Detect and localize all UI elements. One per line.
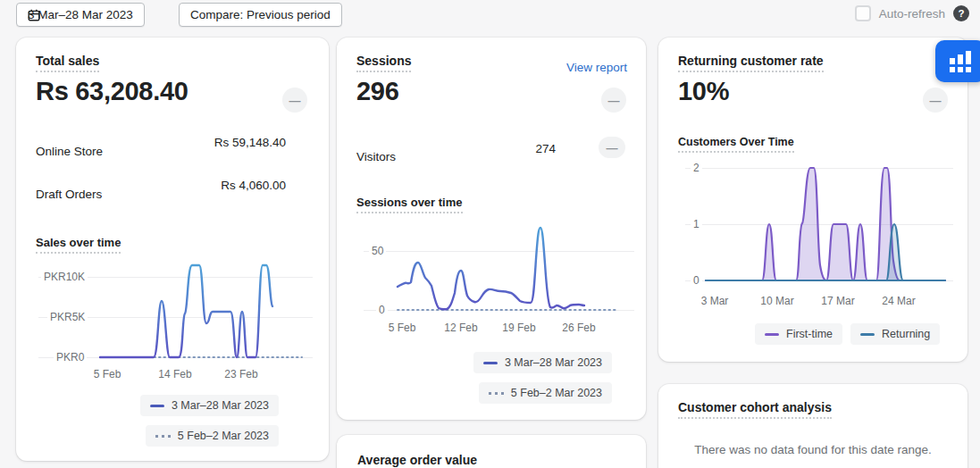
x-axis-label: 23 Feb <box>224 368 257 380</box>
y-axis-label: 0 <box>376 304 388 316</box>
x-axis-label: 10 Mar <box>760 295 793 307</box>
x-axis-label: 26 Feb <box>562 322 595 334</box>
blue-line-swatch-icon <box>860 333 875 336</box>
sessions-title[interactable]: Sessions <box>356 54 411 72</box>
sales-over-time-title[interactable]: Sales over time <box>36 236 121 254</box>
current-period-line <box>398 228 584 309</box>
total-sales-value: Rs 63,208.40 <box>36 77 188 106</box>
compare-button[interactable]: Compare: Previous period <box>179 3 342 27</box>
analytics-widget-button[interactable] <box>935 40 980 82</box>
returning-rate-change-badge: — <box>923 88 948 113</box>
sessions-line-chart <box>390 223 641 318</box>
auto-refresh-control: Auto-refresh ? <box>855 5 969 21</box>
auto-refresh-label: Auto-refresh <box>879 7 945 21</box>
help-icon[interactable]: ? <box>953 5 969 21</box>
x-axis-label: 12 Feb <box>444 322 477 334</box>
visitors-value: 274 <box>535 142 556 155</box>
x-axis-label: 24 Mar <box>882 295 915 307</box>
sales-line-chart <box>79 252 322 368</box>
legend-label: 3 Mar–28 Mar 2023 <box>505 356 602 369</box>
analytics-dashboard: 3 Mar–28 Mar 2023 Compare: Previous peri… <box>0 0 980 468</box>
calendar-icon <box>28 9 40 21</box>
view-report-link[interactable]: View report <box>566 61 627 74</box>
sales-row-label: Online Store <box>36 145 103 158</box>
legend-label: 5 Feb–2 Mar 2023 <box>178 430 269 442</box>
legend-item-current: 3 Mar–28 Mar 2023 <box>140 395 279 416</box>
total-sales-title[interactable]: Total sales <box>36 54 99 72</box>
legend-label: 5 Feb–2 Mar 2023 <box>511 387 602 399</box>
legend-label: First-time <box>786 328 833 340</box>
y-axis-label: 50 <box>369 245 386 257</box>
total-sales-change-badge: — <box>282 88 307 113</box>
bar-chart-icon <box>949 51 972 72</box>
average-order-value-card: Average order value <box>337 435 646 468</box>
sessions-card: Sessions View report 296 — Visitors 274 … <box>337 38 646 420</box>
x-axis-label: 5 Feb <box>94 368 121 380</box>
x-axis-label: 5 Feb <box>389 322 416 334</box>
purple-line-swatch-icon <box>765 333 779 336</box>
x-axis-label: 14 Feb <box>158 368 191 380</box>
date-range-label: 3 Mar–28 Mar 2023 <box>28 8 133 21</box>
returning-rate-title[interactable]: Returning customer rate <box>678 54 824 72</box>
customers-legend: First-time Returning <box>755 323 940 345</box>
customers-over-time-title[interactable]: Customers Over Time <box>678 136 794 153</box>
returning-rate-value: 10% <box>678 77 729 106</box>
current-period-line <box>100 265 272 357</box>
visitors-change-badge: — <box>599 137 625 158</box>
sessions-over-time-title[interactable]: Sessions over time <box>356 196 463 213</box>
sales-row-value: Rs 59,148.40 <box>214 136 286 149</box>
solid-line-swatch-icon <box>483 362 498 364</box>
visitors-label: Visitors <box>356 150 396 163</box>
date-range-button[interactable]: 3 Mar–28 Mar 2023 <box>16 3 145 27</box>
sessions-value: 296 <box>356 77 399 106</box>
legend-item-returning: Returning <box>850 323 940 345</box>
sales-row-value: Rs 4,060.00 <box>221 179 286 192</box>
returning-rate-card: Returning customer rate 10% — Customers … <box>658 38 967 362</box>
cohort-empty-message: There was no data found for this date ra… <box>658 443 967 456</box>
returning-series <box>706 224 945 280</box>
legend-label: 3 Mar–28 Mar 2023 <box>172 399 269 412</box>
legend-item-first-time: First-time <box>755 323 842 345</box>
sessions-change-badge: — <box>601 88 626 113</box>
x-axis-label: 19 Feb <box>502 322 535 334</box>
cohort-title[interactable]: Customer cohort analysis <box>678 400 832 419</box>
x-axis-label: 3 Mar <box>701 295 729 307</box>
legend-label: Returning <box>882 328 930 340</box>
cohort-card: Customer cohort analysis There was no da… <box>658 384 967 468</box>
sales-row-label: Draft Orders <box>36 188 102 201</box>
customers-area-chart <box>698 163 957 288</box>
sales-legend: 3 Mar–28 Mar 2023 5 Feb–2 Mar 2023 <box>140 395 279 447</box>
dotted-line-swatch-icon <box>155 435 171 438</box>
legend-item-current: 3 Mar–28 Mar 2023 <box>473 352 612 373</box>
x-axis-label: 17 Mar <box>821 295 854 307</box>
total-sales-card: Total sales Rs 63,208.40 — Online Store … <box>16 38 329 461</box>
legend-item-previous: 5 Feb–2 Mar 2023 <box>479 382 612 404</box>
first-time-series <box>706 168 945 280</box>
auto-refresh-checkbox[interactable] <box>855 5 871 21</box>
dotted-line-swatch-icon <box>489 392 504 395</box>
average-order-value-title[interactable]: Average order value <box>357 453 477 468</box>
solid-line-swatch-icon <box>150 405 164 407</box>
compare-label: Compare: Previous period <box>190 8 331 21</box>
sessions-legend: 3 Mar–28 Mar 2023 5 Feb–2 Mar 2023 <box>473 352 612 404</box>
legend-item-previous: 5 Feb–2 Mar 2023 <box>146 425 279 447</box>
